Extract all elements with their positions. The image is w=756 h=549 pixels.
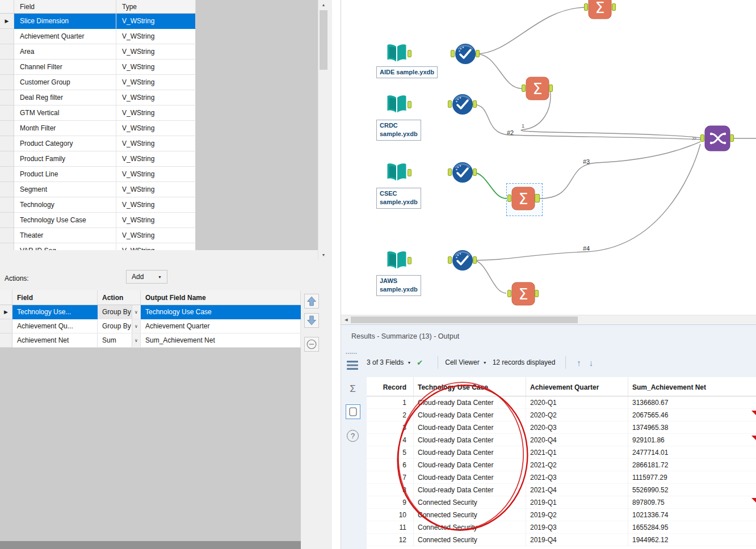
- fields-row[interactable]: Product FamilyV_WString: [0, 151, 196, 167]
- tool-annotation-aide[interactable]: AIDE sample.yxdb: [376, 66, 438, 78]
- field-type-cell[interactable]: V_WString: [116, 60, 196, 75]
- input-anchor[interactable]: [448, 168, 452, 176]
- results-row[interactable]: 10Connected Security2019-Q21021336.74: [367, 509, 756, 521]
- add-action-dropdown[interactable]: Add ▼: [126, 270, 167, 284]
- input-data-tool-csec[interactable]: [385, 162, 408, 187]
- tool-annotation-csec[interactable]: CSEC sample.yxdb: [376, 188, 421, 209]
- row-selector-cell[interactable]: [0, 333, 12, 348]
- scroll-down-icon[interactable]: ▼: [318, 250, 329, 260]
- record-cell[interactable]: 9: [367, 496, 414, 509]
- data-prep-tool-1[interactable]: [455, 43, 476, 67]
- input-data-tool-aide[interactable]: [385, 43, 408, 67]
- row-selector-cell[interactable]: [0, 60, 14, 75]
- drag-handle-dots-icon[interactable]: ••••••: [346, 351, 358, 355]
- action-row[interactable]: Achievement Qu...Group By∨Achievement Qu…: [0, 319, 301, 333]
- fields-row[interactable]: Month FilterV_WString: [0, 121, 196, 136]
- technology-use-case-cell[interactable]: Cloud-ready Data Center: [414, 434, 526, 446]
- achievement-quarter-cell[interactable]: 2021-Q4: [526, 484, 628, 496]
- row-selector-cell[interactable]: [0, 136, 14, 151]
- achievement-quarter-cell[interactable]: 2020-Q2: [526, 409, 628, 421]
- results-row[interactable]: 5Cloud-ready Data Center2021-Q12477714.0…: [367, 446, 756, 459]
- results-row[interactable]: 1Cloud-ready Data Center2020-Q13136680.6…: [367, 396, 756, 409]
- output-anchor[interactable]: [549, 85, 553, 92]
- technology-use-case-cell[interactable]: Cloud-ready Data Center: [414, 396, 526, 409]
- input-anchor[interactable]: [507, 195, 511, 202]
- sum-achievement-net-cell[interactable]: 1944962.12: [628, 534, 756, 546]
- record-cell[interactable]: 5: [367, 446, 414, 459]
- field-name-cell[interactable]: Achievement Quarter: [14, 29, 116, 44]
- output-field-name-cell[interactable]: Technology Use Case: [141, 305, 301, 319]
- results-row[interactable]: 8Cloud-ready Data Center2021-Q45526990.5…: [367, 484, 756, 496]
- action-type-combobox[interactable]: Sum∨: [98, 333, 141, 348]
- field-name-cell[interactable]: Deal Reg filter: [14, 90, 116, 105]
- results-row[interactable]: 4Cloud-ready Data Center2020-Q4929101.86: [367, 434, 756, 446]
- technology-use-case-cell[interactable]: Cloud-ready Data Center: [414, 421, 526, 434]
- fields-row[interactable]: Technology Use CaseV_WString: [0, 213, 196, 228]
- row-selector-cell[interactable]: [0, 121, 14, 136]
- output-anchor[interactable]: [408, 169, 411, 176]
- output-anchor[interactable]: [473, 168, 477, 176]
- combo-caret-icon[interactable]: ∨: [132, 305, 140, 319]
- technology-use-case-cell[interactable]: Connected Security: [414, 496, 526, 509]
- input-anchor[interactable]: [700, 134, 704, 142]
- row-selector-cell[interactable]: [0, 75, 14, 90]
- results-row[interactable]: 12Connected Security2019-Q41944962.12: [367, 534, 756, 546]
- help-button[interactable]: ?: [345, 428, 360, 443]
- achievement-quarter-cell[interactable]: 2021-Q3: [526, 471, 628, 484]
- field-name-cell[interactable]: Slice Dimension: [14, 14, 116, 29]
- combo-caret-icon[interactable]: ∨: [132, 319, 140, 333]
- scroll-left-icon[interactable]: ◀: [341, 315, 351, 324]
- scrollbar-thumb[interactable]: [320, 10, 327, 70]
- results-header-record[interactable]: Record: [367, 377, 414, 396]
- action-field-cell[interactable]: Achievement Net: [12, 333, 98, 348]
- field-name-cell[interactable]: Product Category: [14, 136, 116, 151]
- row-selector-cell[interactable]: [0, 29, 14, 44]
- combo-caret-icon[interactable]: ∨: [132, 333, 140, 347]
- fields-header-type[interactable]: Type: [116, 0, 196, 14]
- row-selector-cell[interactable]: [0, 151, 14, 167]
- input-anchor[interactable]: [522, 85, 526, 92]
- actions-header-action[interactable]: Action: [98, 290, 141, 305]
- results-row[interactable]: 11Connected Security2019-Q31655284.95: [367, 521, 756, 534]
- fields-summary-dropdown[interactable]: 3 of 3 Fields: [367, 358, 404, 366]
- action-type-combobox[interactable]: Group By∨: [98, 305, 141, 319]
- technology-use-case-cell[interactable]: Cloud-ready Data Center: [414, 409, 526, 421]
- field-name-cell[interactable]: VAR ID Seg: [14, 243, 116, 250]
- technology-use-case-cell[interactable]: Connected Security: [414, 521, 526, 534]
- scroll-up-icon[interactable]: ▲: [318, 0, 329, 10]
- field-type-cell[interactable]: V_WString: [116, 29, 196, 44]
- fields-row[interactable]: ▶Slice DimensionV_WString: [0, 14, 196, 29]
- technology-use-case-cell[interactable]: Cloud-ready Data Center: [414, 459, 526, 471]
- results-header-sum-achievement-net[interactable]: Sum_Achievement Net: [628, 377, 756, 396]
- achievement-quarter-cell[interactable]: 2020-Q4: [526, 434, 628, 446]
- technology-use-case-cell[interactable]: Connected Security: [414, 534, 526, 546]
- row-selector-cell[interactable]: [0, 197, 14, 213]
- output-view-toggle-selected[interactable]: [345, 404, 360, 419]
- achievement-quarter-cell[interactable]: 2019-Q2: [526, 509, 628, 521]
- field-name-cell[interactable]: Technology: [14, 197, 116, 213]
- field-type-cell[interactable]: V_WString: [116, 182, 196, 197]
- field-type-cell[interactable]: V_WString: [116, 213, 196, 228]
- data-prep-tool-2[interactable]: [452, 94, 473, 117]
- fields-row[interactable]: Customer GroupV_WString: [0, 75, 196, 90]
- tool-annotation-jaws[interactable]: JAWS sample.yxdb: [376, 275, 421, 296]
- row-selector-cell[interactable]: [0, 44, 14, 60]
- fields-row[interactable]: Deal Reg filterV_WString: [0, 90, 196, 105]
- summarize-tool-selected[interactable]: Σ: [511, 187, 535, 213]
- canvas-horizontal-scrollbar[interactable]: ◀: [341, 315, 756, 324]
- record-cell[interactable]: 1: [367, 396, 414, 409]
- remove-action-button[interactable]: [304, 337, 319, 352]
- record-cell[interactable]: 4: [367, 434, 414, 446]
- action-field-cell[interactable]: Achievement Qu...: [12, 319, 98, 333]
- field-type-cell[interactable]: V_WString: [116, 44, 196, 60]
- achievement-quarter-cell[interactable]: 2020-Q3: [526, 421, 628, 434]
- field-name-cell[interactable]: Technology Use Case: [14, 213, 116, 228]
- results-row[interactable]: 3Cloud-ready Data Center2020-Q31374965.3…: [367, 421, 756, 434]
- achievement-quarter-cell[interactable]: 2020-Q1: [526, 396, 628, 409]
- field-type-cell[interactable]: V_WString: [116, 243, 196, 250]
- field-type-cell[interactable]: V_WString: [116, 121, 196, 136]
- achievement-quarter-cell[interactable]: 2021-Q1: [526, 446, 628, 459]
- fields-row[interactable]: TheaterV_WString: [0, 228, 196, 243]
- move-action-down-button[interactable]: [304, 313, 319, 328]
- results-row[interactable]: 9Connected Security2019-Q1897809.75: [367, 496, 756, 509]
